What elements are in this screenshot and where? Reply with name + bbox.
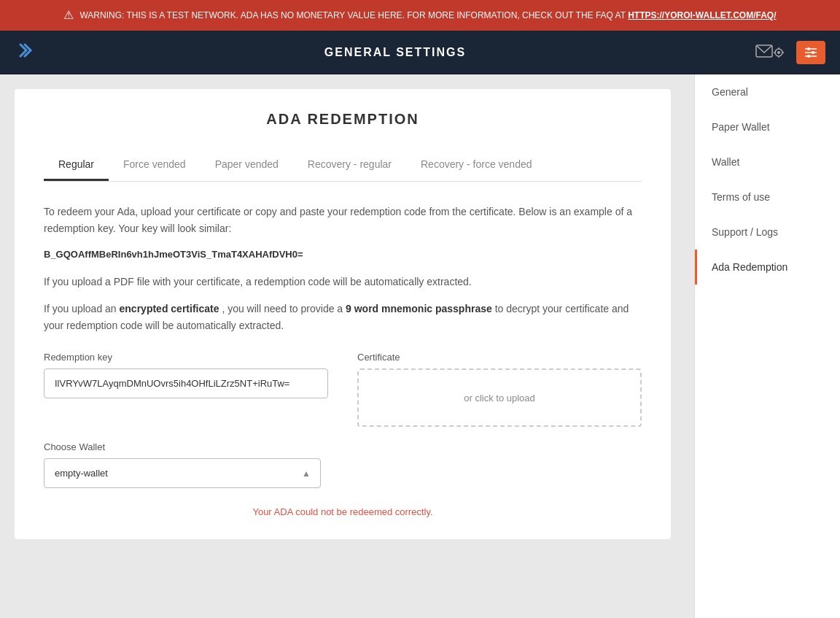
ada-redemption-card: ADA REDEMPTION Regular Force vended Pape… [15,89,671,539]
warning-text: WARNING: THIS IS A TEST NETWORK. ADA HAS… [79,9,776,22]
sidebar-item-support-logs[interactable]: Support / Logs [695,215,840,250]
tab-regular[interactable]: Regular [44,150,109,181]
svg-point-11 [812,51,814,54]
svg-point-12 [807,55,810,58]
warning-bar: ⚠ WARNING: THIS IS A TEST NETWORK. ADA H… [0,0,840,31]
section-title: ADA REDEMPTION [44,111,642,128]
header-title: GENERAL SETTINGS [324,46,466,59]
notifications-button[interactable] [752,39,788,66]
layout: ADA REDEMPTION Regular Force vended Pape… [0,74,840,618]
certificate-upload-text: or click to upload [464,393,535,403]
redemption-key-label: Redemption key [44,352,328,363]
redemption-key-input[interactable] [44,368,328,398]
tab-paper-vended[interactable]: Paper vended [201,150,293,181]
warning-icon: ⚠ [63,7,74,23]
certificate-upload-area[interactable]: or click to upload [357,368,642,427]
certificate-label: Certificate [357,352,642,363]
sidebar-item-ada-redemption[interactable]: Ada Redemption [695,250,840,285]
header-actions [752,39,825,66]
tab-recovery-regular[interactable]: Recovery - regular [293,150,406,181]
error-message: Your ADA could not be redeemed correctly… [44,506,642,517]
sidebar-item-paper-wallet[interactable]: Paper Wallet [695,109,840,144]
header-logo [15,39,38,66]
yoroi-logo-icon [15,39,38,66]
redemption-key-col: Redemption key [44,352,328,427]
code-example: B_GQOAffMBeRIn6vh1hJmeOT3ViS_TmaT4XAHAfD… [44,247,642,263]
sidebar-item-general[interactable]: General [695,74,840,109]
wallet-select-wrapper: empty-wallet ▲ [44,458,321,488]
description-3: If you upload an encrypted certificate ,… [44,301,642,333]
certificate-col: Certificate or click to upload [357,352,642,427]
svg-point-2 [777,51,780,54]
tab-force-vended[interactable]: Force vended [109,150,201,181]
wallet-select[interactable]: empty-wallet [44,458,321,488]
description-1: To redeem your Ada, upload your certific… [44,204,642,236]
tabs-container: Regular Force vended Paper vended Recove… [44,150,642,182]
choose-wallet-label: Choose Wallet [44,441,321,452]
warning-link[interactable]: HTTPS://YOROI-WALLET.COM/FAQ/ [628,10,776,20]
choose-wallet-section: Choose Wallet empty-wallet ▲ [44,441,321,488]
header: GENERAL SETTINGS [0,31,840,74]
settings-button[interactable] [796,41,825,64]
sidebar-item-wallet[interactable]: Wallet [695,144,840,179]
description-2: If you upload a PDF file with your certi… [44,274,642,290]
sidebar: General Paper Wallet Wallet Terms of use… [694,74,840,618]
form-row: Redemption key Certificate or click to u… [44,352,642,427]
sidebar-item-terms-of-use[interactable]: Terms of use [695,179,840,215]
svg-point-10 [807,47,810,50]
main-content: ADA REDEMPTION Regular Force vended Pape… [0,74,694,618]
tab-recovery-force-vended[interactable]: Recovery - force vended [406,150,547,181]
